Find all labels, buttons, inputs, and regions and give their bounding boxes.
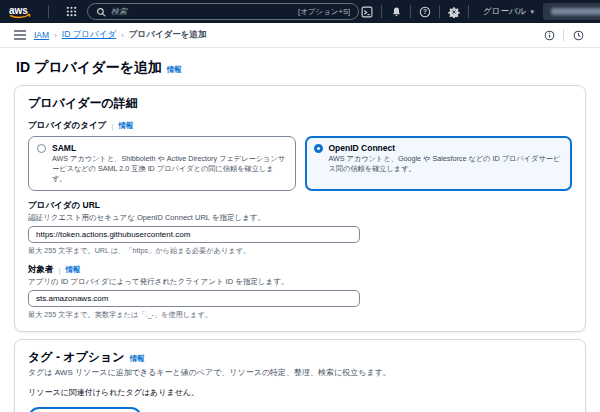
tags-empty-text: リソースに関連付けられたタグはありません。 <box>28 387 572 398</box>
provider-url-description: 認証リクエスト用のセキュアな OpenID Connect URL を指定します… <box>28 213 572 223</box>
breadcrumb-separator: › <box>121 31 124 40</box>
breadcrumb-separator: › <box>54 31 57 40</box>
search-placeholder: 検索 <box>111 6 293 17</box>
breadcrumb-iam[interactable]: IAM <box>34 30 49 40</box>
provider-type-label: プロバイダのタイプ <box>28 120 106 132</box>
account-menu[interactable]: ▼ <box>543 3 600 20</box>
provider-details-heading: プロバイダーの詳細 <box>28 95 572 112</box>
provider-type-info-link[interactable]: 情報 <box>118 121 133 131</box>
radio-button-unselected[interactable] <box>37 144 46 153</box>
help-icon[interactable]: ? <box>417 4 433 20</box>
page-title: ID プロバイダーを追加 <box>16 59 162 77</box>
main-content: ID プロバイダーを追加 情報 プロバイダーの詳細 プロバイダのタイプ | 情報… <box>0 48 600 412</box>
divider: | <box>111 122 113 131</box>
history-clock-icon[interactable] <box>570 27 586 43</box>
radio-tile-openid-connect[interactable]: OpenID Connect AWS アカウントと、Google や Sales… <box>305 136 573 191</box>
saml-option-label: SAML <box>52 143 287 153</box>
breadcrumb-current: プロバイダーを追加 <box>129 29 207 41</box>
search-shortcut: [オプション+S] <box>298 7 350 17</box>
hamburger-menu-icon[interactable] <box>14 30 26 40</box>
page-title-info-link[interactable]: 情報 <box>167 65 182 75</box>
aws-logo[interactable]: aws <box>8 4 34 20</box>
provider-url-input[interactable] <box>28 226 360 243</box>
info-panel-icon[interactable] <box>541 27 557 43</box>
region-label: グローバル <box>483 6 526 18</box>
audience-constraint: 最大 255 文字まで。英数字または「._-」を使用します。 <box>28 310 572 320</box>
region-selector[interactable]: グローバル ▼ <box>483 6 535 18</box>
tags-info-link[interactable]: 情報 <box>130 354 145 364</box>
oidc-option-label: OpenID Connect <box>329 143 564 153</box>
breadcrumb: IAM › ID プロバイダ › プロバイダーを追加 <box>34 29 207 41</box>
tags-description: タグは AWS リソースに追加できるキーと値のペアで、リソースの特定、整理、検索… <box>28 367 572 378</box>
divider <box>48 5 49 18</box>
tags-card: タグ - オプション 情報 タグは AWS リソースに追加できるキーと値のペアで… <box>14 339 586 412</box>
provider-details-card: プロバイダーの詳細 プロバイダのタイプ | 情報 SAML AWS アカウントと… <box>14 85 586 332</box>
saml-option-description: AWS アカウントと、Shibboleth や Active Directory… <box>52 154 287 184</box>
chevron-down-icon: ▼ <box>529 9 535 15</box>
divider: | <box>59 266 61 275</box>
radio-button-selected[interactable] <box>314 144 323 153</box>
account-name-redacted <box>551 8 600 15</box>
search-icon <box>96 7 106 17</box>
app-grid-icon[interactable] <box>63 4 79 20</box>
audience-description: アプリの ID プロバイダによって発行されたクライアント ID を指定します。 <box>28 277 572 287</box>
provider-url-constraint: 最大 255 文字まで。URL は、「https」から始まる必要があります。 <box>28 246 572 256</box>
audience-label: 対象者 <box>28 264 54 276</box>
settings-gear-icon[interactable] <box>446 4 462 20</box>
provider-type-options: SAML AWS アカウントと、Shibboleth や Active Dire… <box>28 136 572 191</box>
cloudshell-icon[interactable] <box>359 4 375 20</box>
oidc-option-description: AWS アカウントと、Google や Salesforce などの ID プロ… <box>329 154 564 174</box>
radio-tile-saml[interactable]: SAML AWS アカウントと、Shibboleth や Active Dire… <box>28 136 296 191</box>
search-input[interactable]: 検索 [オプション+S] <box>87 3 359 20</box>
tags-heading: タグ - オプション <box>28 349 125 366</box>
audience-info-link[interactable]: 情報 <box>66 265 81 275</box>
provider-url-label: プロバイダの URL <box>28 200 572 212</box>
breadcrumb-id-providers[interactable]: ID プロバイダ <box>62 29 116 41</box>
svg-text:?: ? <box>423 8 427 15</box>
breadcrumb-bar: IAM › ID プロバイダ › プロバイダーを追加 <box>0 23 600 48</box>
svg-text:aws: aws <box>9 5 28 16</box>
audience-input[interactable] <box>28 290 360 307</box>
notifications-bell-icon[interactable] <box>388 4 404 20</box>
add-tag-button[interactable]: 新しいタグを追加する <box>28 407 142 412</box>
top-navigation-bar: aws 検索 [オプション+S] <box>0 0 600 23</box>
